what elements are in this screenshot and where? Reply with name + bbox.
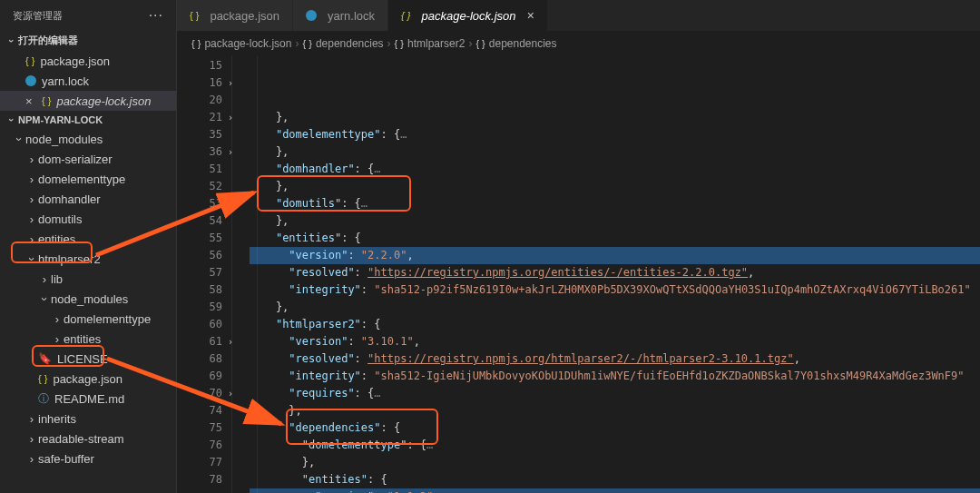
chevron-right-icon: › (468, 37, 472, 50)
tab-label: yarn.lock (328, 9, 375, 23)
tree-label: readable-stream (38, 432, 124, 446)
workspace-root[interactable]: NPM-YARN-LOCK (0, 112, 176, 128)
chevron-down-icon (13, 133, 25, 146)
explorer-header: 资源管理器 ··· (0, 0, 176, 31)
tree-label: node_modules (25, 133, 103, 146)
tree-item[interactable]: inherits (0, 409, 176, 429)
code-content[interactable]: }, "domelementtype": {… }, "domhandler":… (231, 55, 980, 493)
json-icon (38, 373, 47, 384)
code-line[interactable]: "domelementtype": {… (250, 126, 980, 143)
code-line[interactable]: "integrity": "sha512-IgieNijUMbkDovyoKOb… (250, 368, 980, 385)
code-line[interactable]: "version": "2.2.0", (250, 247, 980, 264)
tree-item[interactable]: node_modules (0, 129, 176, 149)
tree-item[interactable]: domelementtype (0, 309, 176, 329)
breadcrumb-item[interactable]: package-lock.json (204, 37, 291, 50)
tree-item[interactable]: entities (0, 329, 176, 349)
tree-item[interactable]: domelementtype (0, 169, 176, 189)
tree-item[interactable]: dom-serializer (0, 149, 176, 169)
chevron-right-icon (25, 173, 38, 186)
tab-package-lock-json[interactable]: package-lock.json × (388, 0, 548, 31)
tree-label: domhandler (38, 192, 101, 206)
tree-item[interactable]: domhandler (0, 189, 176, 209)
code-line[interactable]: "version": "1.1.2", (250, 488, 980, 493)
breadcrumb-item[interactable]: dependencies (489, 37, 557, 50)
close-icon[interactable]: × (527, 8, 534, 23)
open-editor-item[interactable]: package.json (0, 51, 176, 71)
chevron-right-icon: › (295, 37, 299, 50)
tree-item[interactable]: lib (0, 269, 176, 289)
json-icon (401, 10, 410, 21)
chevron-right-icon (25, 192, 38, 206)
line-number: 75 (177, 419, 222, 437)
line-number: 54 (177, 212, 222, 230)
code-line[interactable]: "resolved": "https://registry.npmjs.org/… (250, 350, 980, 368)
open-editors-label: 打开的编辑器 (18, 34, 78, 47)
code-line[interactable]: "entities": { (250, 230, 980, 247)
code-line[interactable]: "entities": { (250, 471, 980, 488)
open-editors-section[interactable]: 打开的编辑器 (0, 31, 176, 50)
chevron-right-icon (25, 232, 38, 246)
file-label: yarn.lock (42, 74, 89, 88)
chevron-right-icon (51, 312, 64, 326)
breadcrumb-item[interactable]: dependencies (316, 37, 384, 50)
chevron-right-icon (25, 153, 38, 166)
editor-area: package.json yarn.lock package-lock.json… (177, 0, 980, 493)
file-tree: node_modulesdom-serializerdomelementtype… (0, 128, 176, 469)
code-line[interactable]: }, (250, 299, 980, 316)
tab-package-json[interactable]: package.json (177, 0, 293, 31)
tab-yarn-lock[interactable]: yarn.lock (293, 0, 388, 31)
json-icon (42, 95, 51, 106)
code-line[interactable]: "resolved": "https://registry.npmjs.org/… (250, 264, 980, 281)
line-number: 53 (177, 195, 222, 212)
code-line[interactable]: }, (250, 178, 980, 195)
breadcrumb[interactable]: { } package-lock.json › { } dependencies… (177, 32, 980, 55)
close-icon[interactable]: × (25, 94, 38, 108)
code-line[interactable]: "dependencies": { (250, 419, 980, 437)
code-line[interactable]: "version": "3.10.1", (250, 333, 980, 350)
code-line[interactable]: }, (250, 402, 980, 419)
tree-label: domelementtype (64, 312, 151, 326)
tree-label: README.md (54, 392, 124, 406)
info-icon: ⓘ (38, 391, 49, 407)
tree-item[interactable]: entities (0, 229, 176, 249)
line-number: 16› (177, 74, 222, 92)
tree-label: entities (38, 232, 75, 246)
code-line[interactable]: "requires": {… (250, 385, 980, 402)
file-label: package-lock.json (56, 94, 151, 108)
code-line[interactable]: "domelementtype": {… (250, 437, 980, 454)
code-line[interactable]: }, (250, 454, 980, 471)
tree-item[interactable]: package.json (0, 369, 176, 389)
open-editor-item-active[interactable]: × package-lock.json (0, 91, 176, 111)
line-number: 58 (177, 281, 222, 299)
tree-item[interactable]: safe-buffer (0, 449, 176, 468)
chevron-right-icon: › (387, 37, 391, 50)
tab-label: package-lock.json (421, 9, 515, 23)
tree-item[interactable]: ⓘREADME.md (0, 389, 176, 409)
code-line[interactable]: "domhandler": {… (250, 161, 980, 178)
chevron-right-icon (25, 212, 38, 226)
code-line[interactable]: "htmlparser2": { (250, 316, 980, 333)
tree-label: inherits (38, 412, 76, 426)
app-root: 资源管理器 ··· 打开的编辑器 package.json yarn.lock … (0, 0, 980, 493)
tree-label: htmlparser2 (38, 252, 101, 266)
code-line[interactable]: "domutils": {… (250, 195, 980, 212)
code-line[interactable]: }, (250, 143, 980, 161)
line-number: 56 (177, 247, 222, 264)
json-icon (190, 10, 199, 21)
tree-label: package.json (53, 372, 122, 386)
tree-item[interactable]: 🔖LICENSE (0, 349, 176, 369)
line-number: 21› (177, 109, 222, 126)
line-number: 55 (177, 230, 222, 247)
code-line[interactable]: }, (250, 109, 980, 126)
more-icon[interactable]: ··· (149, 7, 163, 24)
tree-item[interactable]: htmlparser2 (0, 249, 176, 269)
code-line[interactable]: "integrity": "sha512-p92if5Nz619I0w+akJr… (250, 281, 980, 299)
editor[interactable]: 1516›2021›3536›5152535455565758596061›68… (177, 55, 980, 493)
tree-item[interactable]: domutils (0, 209, 176, 229)
code-line[interactable]: }, (250, 212, 980, 230)
tree-item[interactable]: node_modules (0, 289, 176, 309)
open-editor-item[interactable]: yarn.lock (0, 71, 176, 91)
breadcrumb-item[interactable]: htmlparser2 (407, 37, 465, 50)
yarn-icon (306, 10, 317, 21)
tree-item[interactable]: readable-stream (0, 429, 176, 449)
